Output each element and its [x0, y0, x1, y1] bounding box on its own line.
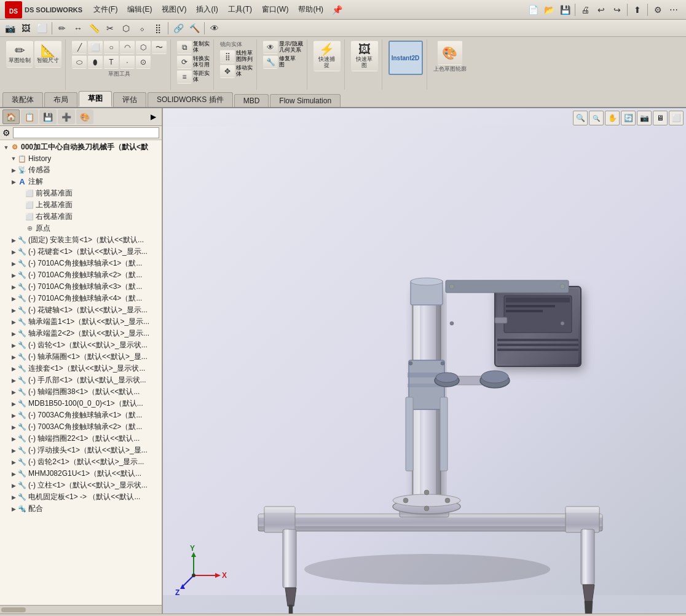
expand[interactable]: ▶	[10, 247, 17, 257]
settings-btn[interactable]: ⚙	[650, 2, 665, 17]
tree-item-main-tube[interactable]: ▶ 🔧 (固定) 安装主筒<1>（默认<<默认...	[0, 234, 162, 246]
qa-offset[interactable]: ⬡	[119, 21, 133, 36]
qa-mirror[interactable]: ⬦	[135, 21, 149, 36]
constr-btn[interactable]: ⊙	[136, 55, 151, 69]
menu-insert[interactable]: 插入(I)	[191, 3, 223, 16]
panel-tab-config[interactable]: 💾	[39, 109, 57, 124]
rapid-sketch-btn[interactable]: ⚡ 快速捕捉	[313, 41, 341, 71]
tree-item-top[interactable]: ⬜ 上视基准面	[0, 199, 162, 211]
tree-item-spline-sleeve[interactable]: ▶ 🔧 (-) 花键套<1>（默认<<默认>_显示...	[0, 246, 162, 258]
tree-item-retainer22[interactable]: ▶ 🔧 (-) 轴端挡圈22<1>（默认<<默认...	[0, 433, 162, 444]
tree-item-connector[interactable]: ▶ 🔧 连接套<1>（默认<<默认>_显示状...	[0, 363, 162, 374]
expand[interactable]: ▶	[10, 411, 17, 421]
circle-btn[interactable]: ○	[104, 41, 119, 54]
vp-section-view[interactable]: 📷	[637, 111, 652, 125]
tree-item-right[interactable]: ⬜ 右视基准面	[0, 211, 162, 223]
vp-rotate[interactable]: 🔄	[621, 111, 636, 125]
print-btn[interactable]: 🖨	[578, 2, 593, 17]
tree-item-bearing3[interactable]: ▶ 🔧 (-) 7010AC角接触球轴承<3>（默...	[0, 281, 162, 293]
new-file-btn[interactable]: 📄	[526, 2, 540, 17]
slot-btn[interactable]: ⬮	[88, 55, 103, 69]
pin-button[interactable]: 📌	[332, 5, 342, 15]
tree-item-7003-2[interactable]: ▶ 🔧 (-) 7003AC角接触球轴承<2>（默...	[0, 421, 162, 433]
root-expand[interactable]: ▼	[2, 143, 10, 152]
show-hide-btn[interactable]: 👁	[263, 41, 278, 54]
expand[interactable]: ▶	[10, 446, 17, 456]
history-expand[interactable]: ▼	[10, 154, 17, 164]
tab-assembly[interactable]: 装配体	[2, 92, 43, 107]
tree-item-claw[interactable]: ▶ 🔧 (-) 手爪部<1>（默认<默认_显示状...	[0, 374, 162, 386]
tree-item-mdb[interactable]: ▶ 🔧 MDB1B50-100(0_0_0)<1>（默认...	[0, 398, 162, 409]
tree-item-end-cover2[interactable]: ▶ 🔧 轴承端盖2<2>（默认<<默认>_显示...	[0, 328, 162, 339]
menu-help[interactable]: 帮助(H)	[293, 3, 328, 16]
smart-dim-btn[interactable]: 📐 智能尺寸	[34, 41, 61, 68]
tree-item-mates[interactable]: ▶ 🔩 配合	[0, 503, 162, 515]
convert-btn[interactable]: ⟳	[177, 55, 192, 69]
expand[interactable]: ▶	[10, 376, 17, 385]
panel-tab-dmanager[interactable]: ➕	[58, 109, 75, 124]
spline-btn[interactable]: 〜	[152, 41, 167, 54]
qa-pattern[interactable]: ⣿	[151, 21, 165, 36]
expand[interactable]: ▶	[10, 434, 17, 444]
qa-view[interactable]: 🖼	[18, 21, 33, 36]
qa-repair[interactable]: 🔨	[187, 21, 202, 36]
tree-item-retainer38[interactable]: ▶ 🔧 (-) 轴端挡圈38<1>（默认<<默认...	[0, 386, 162, 398]
vp-zoom-in[interactable]: 🔍	[573, 111, 588, 125]
tab-plugins[interactable]: SOLIDWORKS 插件	[148, 92, 233, 107]
expand[interactable]: ▶	[10, 457, 17, 467]
tree-item-motor-plate[interactable]: ▶ 🔧 电机固定板<1> -> （默认<<默认...	[0, 491, 162, 503]
expand[interactable]: ▶	[10, 341, 17, 350]
copy-body-btn[interactable]: ⧉	[177, 41, 192, 54]
expand[interactable]: ▶	[10, 270, 17, 280]
tab-flow-simulation[interactable]: Flow Simulation	[270, 94, 341, 107]
panel-tab-property[interactable]: 📋	[21, 109, 38, 124]
color-btn[interactable]: 🎨	[438, 41, 462, 65]
open-btn[interactable]: 📂	[542, 2, 556, 17]
tree-item-column[interactable]: ▶ 🔧 (-) 立柱<1>（默认<<默认>_显示状...	[0, 480, 162, 491]
filter-icon[interactable]: ⚙	[2, 128, 10, 138]
tree-item-notes[interactable]: ▶ A 注解	[0, 176, 162, 188]
qa-camera[interactable]: 📷	[2, 21, 17, 36]
feature-tree[interactable]: ▼ ⚙ 000加工中心自动换刀机械手（默认<默 ▼ 📋 History ▶ 📡 …	[0, 140, 162, 605]
rect-btn[interactable]: ⬜	[88, 41, 103, 54]
tree-item-origin[interactable]: ⊕ 原点	[0, 223, 162, 234]
poly-btn[interactable]: ⬡	[136, 41, 151, 54]
tree-item-motor[interactable]: ▶ 🔧 MHMJ082G1U<1>（默认<<默认...	[0, 468, 162, 480]
tree-root[interactable]: ▼ ⚙ 000加工中心自动换刀机械手（默认<默	[0, 141, 162, 153]
qa-constraint[interactable]: 📏	[87, 21, 101, 36]
redo-btn[interactable]: ↪	[610, 2, 625, 17]
tree-item-gear2[interactable]: ▶ 🔧 (-) 齿轮2<1>（默认<<默认>_显示...	[0, 456, 162, 468]
tab-evaluate[interactable]: 评估	[113, 92, 146, 107]
expand[interactable]: ▶	[10, 352, 17, 362]
expand[interactable]: ▶	[10, 481, 17, 491]
tree-item-sensors[interactable]: ▶ 📡 传感器	[0, 164, 162, 176]
panel-tab-feature[interactable]: 🏠	[2, 109, 20, 124]
expand[interactable]: ▶	[10, 235, 17, 245]
qa-3d[interactable]: ⬜	[34, 21, 49, 36]
menu-edit[interactable]: 编辑(E)	[122, 3, 157, 16]
expand[interactable]: ▶	[10, 399, 17, 409]
tree-item-float-head[interactable]: ▶ 🔧 (-) 浮动接头<1>（默认<<默认>_显...	[0, 444, 162, 456]
vp-pan[interactable]: ✋	[605, 111, 620, 125]
text-btn[interactable]: T	[104, 55, 119, 69]
menu-file[interactable]: 文件(F)	[89, 3, 122, 16]
move-btn[interactable]: ✥	[220, 65, 235, 78]
line-btn[interactable]: ╱	[72, 41, 87, 54]
sensors-expand[interactable]: ▶	[10, 165, 17, 175]
hscroll-thumb[interactable]	[1, 607, 26, 612]
tab-sketch[interactable]: 草图	[79, 91, 112, 107]
tree-item-bearing2[interactable]: ▶ 🔧 (-) 7010AC角接触球轴承<2>（默...	[0, 269, 162, 281]
tree-item-7003-1[interactable]: ▶ 🔧 (-) 7003AC角接触球轴承<1>（默...	[0, 409, 162, 421]
qa-sketch[interactable]: ✏	[55, 21, 69, 36]
tree-item-spline-shaft[interactable]: ▶ 🔧 (-) 花键轴<1>（默认<<默认>_显示...	[0, 304, 162, 316]
tree-item-front[interactable]: ⬜ 前视基准面	[0, 188, 162, 199]
vp-zoom-out[interactable]: 🔍	[589, 111, 604, 125]
arc-btn[interactable]: ◠	[120, 41, 135, 54]
panel-tab-display[interactable]: 🎨	[76, 109, 93, 124]
menu-tools[interactable]: 工具(T)	[223, 3, 257, 16]
expand[interactable]: ▶	[10, 387, 17, 397]
expand[interactable]: ▶	[10, 294, 17, 304]
save-btn[interactable]: 💾	[558, 2, 572, 17]
expand[interactable]: ▶	[10, 259, 17, 269]
vp-view-cube[interactable]: ⬜	[669, 111, 684, 125]
